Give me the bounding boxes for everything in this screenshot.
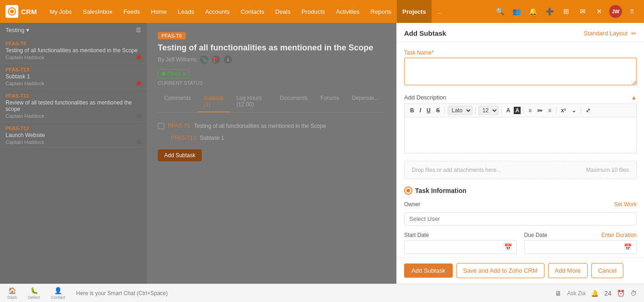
nav-products[interactable]: Products <box>296 0 330 23</box>
nav-contacts[interactable]: Contacts <box>235 0 270 23</box>
nav-more[interactable]: ... <box>432 0 448 23</box>
apps-icon[interactable]: ⊞ <box>560 5 572 18</box>
ask-zia-label[interactable]: Ask Zia <box>567 290 585 297</box>
defect-label: Defect <box>28 295 40 300</box>
task-id[interactable]: PFAS-T12 <box>6 126 141 131</box>
tab-comments[interactable]: Comments <box>158 91 197 112</box>
list-button[interactable]: ≔ <box>535 106 544 115</box>
mail-icon[interactable]: ✉ <box>576 5 589 18</box>
panel-footer: Add Subtask Save and Add to Zoho CRM Add… <box>397 257 644 284</box>
dash-label: Dash <box>7 295 17 300</box>
cancel-button[interactable]: Cancel <box>591 263 623 278</box>
bell-icon[interactable]: 🔔 <box>527 5 539 18</box>
task-id[interactable]: PFAS-T6 <box>6 41 141 46</box>
nav-feeds[interactable]: Feeds <box>118 0 145 23</box>
task-id[interactable]: PFAS-T11 <box>6 93 141 99</box>
file-drop-area[interactable]: Drop files or add attachments here... Ma… <box>404 161 637 179</box>
top-navigation: CRM My Jobs SalesInbox Feeds Home Leads … <box>0 0 644 23</box>
grid-icon[interactable]: ⠿ <box>626 5 638 18</box>
nav-deals[interactable]: Deals <box>270 0 296 23</box>
enter-duration-link[interactable]: Enter Duration <box>601 232 637 238</box>
edit-icon[interactable]: ✏ <box>631 30 637 37</box>
bottom-bar: 🏠 Dash 🐛 Defect 👤 Contact 🖥 Ask Zia 🔔 24… <box>0 284 644 302</box>
add-more-button[interactable]: Add More <box>548 263 588 278</box>
tab-log-hours[interactable]: Log Hours (12:00) <box>230 91 273 112</box>
nav-reports[interactable]: Reports <box>365 0 397 23</box>
expand-button[interactable]: ⤢ <box>584 106 592 115</box>
nav-leads[interactable]: Leads <box>172 0 200 23</box>
add-subtask-panel: Add Subtask Standard Layout ✏ Task Name*… <box>396 23 644 284</box>
task-name-input[interactable] <box>404 58 637 85</box>
defect-icon: 🐛 <box>30 287 38 294</box>
add-subtask-content-button[interactable]: Add Subtask <box>158 149 202 161</box>
nav-accounts[interactable]: Accounts <box>200 0 235 23</box>
save-to-crm-button[interactable]: Save and Add to Zoho CRM <box>456 263 544 278</box>
task-assignee-row: Captain Haddock <box>6 113 141 119</box>
subtask-row: PFAS-T13 Subtask 1 <box>158 132 385 144</box>
bottom-bar-defect[interactable]: 🐛 Defect <box>28 287 40 300</box>
task-id[interactable]: PFAS-T13 <box>6 67 141 72</box>
info-icon: ℹ <box>224 55 232 64</box>
users-icon[interactable]: 👥 <box>510 5 523 18</box>
text-color-button[interactable]: A <box>505 106 512 115</box>
smart-chat-area <box>76 290 544 297</box>
toolbar-separator <box>523 107 524 114</box>
chevron-up-icon: ▲ <box>631 94 637 101</box>
description-label[interactable]: Add Description ▲ <box>404 94 637 101</box>
count-badge: 24 <box>604 290 611 297</box>
status-badge[interactable]: Open ▾ <box>158 69 189 78</box>
bottom-bar-contact[interactable]: 👤 Contact <box>51 287 65 300</box>
task-info-toggle[interactable] <box>404 187 412 195</box>
due-date-input[interactable]: 📅 <box>524 240 637 254</box>
search-icon[interactable]: 🔍 <box>494 5 506 18</box>
sidebar-project-title[interactable]: Testing ▾ <box>6 27 29 33</box>
standard-layout-link[interactable]: Standard Layout <box>584 30 627 37</box>
indent-button[interactable]: ≡ <box>546 106 553 115</box>
italic-button[interactable]: I <box>418 106 423 115</box>
monitor-icon[interactable]: 🖥 <box>555 290 561 297</box>
toolbar-separator <box>501 107 502 114</box>
description-editor[interactable] <box>404 117 637 154</box>
select-user-input[interactable] <box>404 212 637 225</box>
nav-my-jobs[interactable]: My Jobs <box>44 0 77 23</box>
highlight-button[interactable]: A <box>514 107 521 114</box>
nav-projects[interactable]: Projects <box>397 0 431 23</box>
tab-dependencies[interactable]: Depende... <box>345 91 385 112</box>
nav-salesinbox[interactable]: SalesInbox <box>78 0 118 23</box>
notification-icon[interactable]: 🔔 <box>591 290 599 297</box>
align-button[interactable]: ≡ <box>527 106 533 115</box>
editor-toolbar: B I U S Lato 12 A A ≡ <box>404 104 637 117</box>
clock-icon[interactable]: ⏰ <box>617 290 625 297</box>
underline-button[interactable]: U <box>425 106 433 115</box>
font-family-select[interactable]: Lato <box>448 106 472 115</box>
add-subtask-button[interactable]: Add Subtask <box>404 264 453 278</box>
toolbar-separator <box>475 107 476 114</box>
toolbar-separator <box>556 107 556 114</box>
app-name: CRM <box>21 8 37 16</box>
tab-forums[interactable]: Forums <box>314 91 346 112</box>
nav-activities[interactable]: Activities <box>331 0 365 23</box>
add-icon[interactable]: ➕ <box>543 5 556 18</box>
task-info-header: Task Information <box>404 187 637 195</box>
set-work-link[interactable]: Set Work <box>614 201 637 208</box>
settings-icon[interactable]: ✕ <box>593 5 605 18</box>
superscript-button[interactable]: x² <box>559 106 568 115</box>
app-logo[interactable]: CRM <box>6 5 37 18</box>
timer-icon[interactable]: ⏱ <box>630 290 637 297</box>
subtask-title: Testing of all functionalities as mentio… <box>194 123 326 129</box>
font-size-select[interactable]: 12 <box>478 106 499 115</box>
subtask-checkbox[interactable] <box>158 123 164 129</box>
bold-button[interactable]: B <box>408 106 416 115</box>
tab-subtask[interactable]: Subtask (1) <box>197 91 230 112</box>
smart-chat-input[interactable] <box>76 290 544 297</box>
task-assignee-row: Captain Haddock <box>6 55 141 60</box>
tab-documents[interactable]: Documents <box>273 91 314 112</box>
bottom-bar-dash[interactable]: 🏠 Dash <box>7 287 17 300</box>
sidebar-menu-icon[interactable]: ☰ <box>136 27 141 33</box>
task-assignee: Captain Haddock <box>6 81 44 86</box>
user-avatar[interactable]: JW <box>609 5 622 18</box>
start-date-input[interactable]: 📅 <box>404 240 517 254</box>
nav-home[interactable]: Home <box>145 0 172 23</box>
strikethrough-button[interactable]: S <box>434 106 442 115</box>
more-options-button[interactable]: ⌄ <box>570 106 578 115</box>
